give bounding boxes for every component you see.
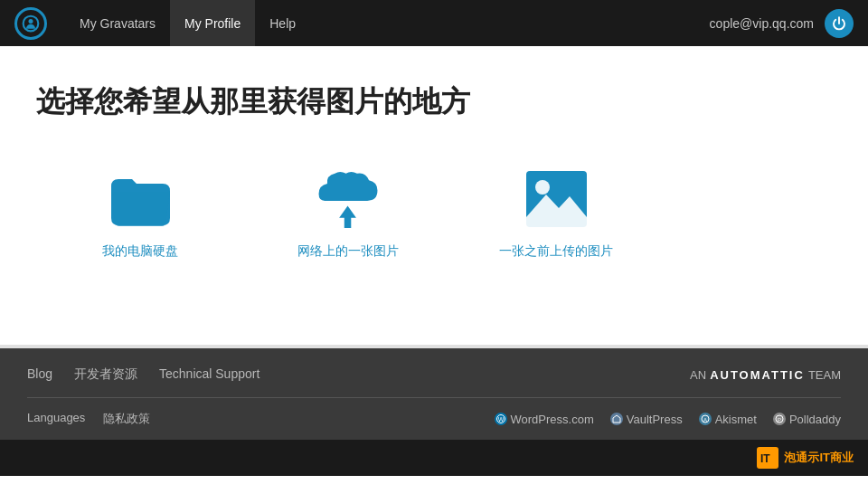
power-button[interactable]	[825, 9, 854, 38]
folder-icon	[104, 167, 176, 231]
nav-my-profile[interactable]: My Profile	[170, 0, 255, 46]
image-icon	[520, 167, 592, 231]
svg-text:P: P	[778, 417, 781, 423]
partner-polldaddy[interactable]: P Polldaddy	[773, 413, 841, 426]
footer-languages-link[interactable]: Languages	[27, 411, 85, 427]
svg-marker-8	[613, 415, 620, 423]
vaultpress-dot	[610, 413, 623, 425]
footer-partners: W WordPress.com VaultPress A Akismet P	[495, 413, 841, 426]
option-my-computer-label: 我的电脑硬盘	[102, 243, 178, 260]
partner-vaultpress[interactable]: VaultPress	[610, 413, 683, 426]
footer-blog-link[interactable]: Blog	[27, 366, 52, 383]
svg-text:W: W	[497, 416, 504, 423]
akismet-dot: A	[699, 413, 712, 425]
bottom-banner: IT 泡通示IT商业	[0, 440, 868, 476]
svg-marker-2	[339, 206, 356, 228]
gravatar-logo[interactable]	[14, 7, 47, 40]
svg-text:A: A	[703, 417, 707, 423]
main-content: 选择您希望从那里获得图片的地方 我的电脑硬盘 网络上的一张图片	[0, 46, 868, 345]
footer: Blog 开发者资源 Technical Support AN AUTOMATT…	[0, 348, 868, 440]
automattic-prefix: AN	[690, 368, 706, 382]
nav-my-gravatars[interactable]: My Gravatars	[65, 0, 170, 46]
footer-links: Blog 开发者资源 Technical Support	[27, 366, 259, 383]
option-previous-image-label: 一张之前上传的图片	[499, 243, 613, 260]
partner-akismet[interactable]: A Akismet	[699, 413, 757, 426]
option-web-image[interactable]: 网络上的一张图片	[244, 167, 452, 260]
automattic-brand: AUTOMATTIC	[710, 368, 805, 382]
svg-point-1	[29, 19, 33, 24]
image-source-options: 我的电脑硬盘 网络上的一张图片 一张之前上传的图片	[36, 167, 832, 260]
svg-text:IT: IT	[760, 452, 770, 465]
option-my-computer[interactable]: 我的电脑硬盘	[36, 167, 244, 260]
partner-wordpress[interactable]: W WordPress.com	[495, 413, 594, 426]
wordpress-dot: W	[495, 413, 507, 425]
user-email: cople@vip.qq.com	[710, 16, 814, 31]
footer-support-link[interactable]: Technical Support	[159, 366, 259, 383]
footer-bottom-links: Languages 隐私政策	[27, 411, 150, 427]
page-title: 选择您希望从那里获得图片的地方	[36, 82, 832, 122]
power-icon	[831, 15, 847, 32]
footer-developer-link[interactable]: 开发者资源	[74, 366, 137, 383]
nav-right: cople@vip.qq.com	[710, 9, 854, 38]
option-previous-image[interactable]: 一张之前上传的图片	[452, 167, 660, 260]
it-banner-text: 泡通示IT商业	[784, 450, 854, 466]
it-banner-logo: IT 泡通示IT商业	[757, 447, 854, 469]
cloud-download-icon	[312, 167, 384, 231]
automattic-suffix: TEAM	[808, 368, 841, 382]
polldaddy-dot: P	[773, 413, 786, 425]
gravatar-logo-icon	[22, 14, 40, 33]
automattic-badge: AN AUTOMATTIC TEAM	[690, 368, 841, 382]
nav-help[interactable]: Help	[255, 0, 310, 46]
footer-bottom: Languages 隐私政策 W WordPress.com VaultPres…	[27, 398, 841, 440]
footer-privacy-link[interactable]: 隐私政策	[103, 411, 150, 427]
option-web-image-label: 网络上的一张图片	[297, 243, 399, 260]
it-logo-icon: IT	[757, 447, 778, 469]
footer-top: Blog 开发者资源 Technical Support AN AUTOMATT…	[27, 366, 841, 398]
navbar: My Gravatars My Profile Help cople@vip.q…	[0, 0, 868, 46]
svg-point-4	[535, 180, 550, 195]
nav-links: My Gravatars My Profile Help	[65, 0, 710, 46]
